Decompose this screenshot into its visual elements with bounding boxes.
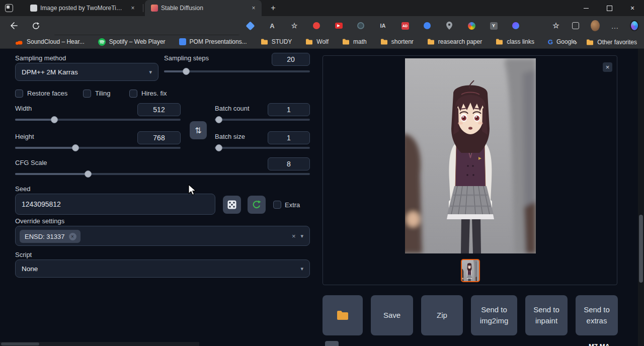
adblock-extension-icon[interactable]: AD (400, 21, 410, 30)
red-circle-extension-icon[interactable] (312, 21, 321, 30)
hires-fix-checkbox[interactable] (129, 90, 137, 98)
script-dropdown[interactable]: None ▾ (15, 260, 310, 278)
gallery-actions: Save Zip Send to img2img Send to inpaint… (323, 295, 618, 335)
bookmark-folder-research[interactable]: reasearch paper (427, 38, 482, 45)
width-slider[interactable] (15, 116, 181, 123)
cfg-scale-slider[interactable] (15, 170, 310, 178)
gallery-thumbnail[interactable] (461, 259, 480, 282)
video-extension-icon[interactable]: ▶ (334, 21, 343, 30)
tab-favicon (151, 5, 158, 12)
open-folder-button[interactable] (323, 295, 363, 335)
back-icon[interactable] (7, 19, 20, 32)
menu-ellipsis-icon[interactable]: … (610, 21, 619, 30)
height-input[interactable]: 768 (137, 131, 181, 144)
tag-extension-icon[interactable] (246, 21, 255, 30)
bookmark-folder-wolf[interactable]: Wolf (305, 38, 329, 45)
vertical-scrollbar-thumb[interactable] (639, 215, 643, 283)
teal-extension-icon[interactable] (356, 21, 365, 30)
profile-avatar[interactable] (591, 21, 600, 30)
height-slider[interactable] (15, 144, 181, 151)
stable-diffusion-page: Sampling method DPM++ 2M Karras ▾ Sampli… (0, 49, 644, 346)
send-to-img2img-button[interactable]: Send to img2img (471, 295, 517, 335)
extra-seed-checkbox[interactable] (273, 201, 281, 209)
ia-extension-icon[interactable]: IA (378, 21, 387, 30)
bookmark-folder-classlinks[interactable]: class links (496, 38, 534, 45)
other-favorites[interactable]: Other favorites (586, 39, 637, 46)
restore-faces-checkbox[interactable] (15, 90, 23, 98)
override-settings-label: Override settings (15, 217, 64, 225)
tab-close-icon[interactable]: × (129, 4, 137, 12)
close-button[interactable]: × (621, 0, 644, 16)
minimize-button[interactable] (575, 0, 598, 16)
bookmark-soundcloud[interactable]: SoundCloud – Hear... (15, 38, 85, 45)
browser-window: Image posted by TwoMoreTimes × Stable Di… (0, 0, 644, 346)
batch-count-slider[interactable] (215, 116, 310, 123)
tab-image-posted[interactable]: Image posted by TwoMoreTimes × (24, 0, 141, 16)
seed-input[interactable]: 1243095812 (15, 194, 215, 215)
recycle-icon (252, 200, 262, 210)
zip-button[interactable]: Zip (421, 295, 463, 335)
send-to-inpaint-button[interactable]: Send to inpaint (525, 295, 568, 335)
tiling-label: Tiling (95, 90, 111, 97)
reuse-seed-button[interactable] (248, 196, 266, 214)
copilot-icon[interactable] (630, 21, 639, 30)
horizontal-scrollbar[interactable] (0, 342, 199, 346)
new-tab-button[interactable]: + (268, 3, 278, 13)
chevron-down-icon: ▾ (300, 266, 303, 272)
horizontal-scrollbar-thumb[interactable] (1, 342, 39, 345)
sampling-steps-slider[interactable] (164, 68, 310, 75)
random-seed-button[interactable] (223, 196, 241, 214)
chip-remove-icon[interactable]: × (69, 233, 76, 240)
cfg-scale-input[interactable]: 8 (268, 157, 310, 170)
purple-extension-icon[interactable] (511, 21, 520, 30)
swap-dimensions-button[interactable]: ⇅ (190, 121, 207, 139)
vertical-scrollbar[interactable] (638, 49, 644, 346)
blue-circle-extension-icon[interactable] (423, 21, 432, 30)
hires-fix-label: Hires. fix (141, 90, 167, 97)
bookmark-folder-math[interactable]: math (342, 38, 367, 45)
soundcloud-icon (15, 39, 23, 45)
collections-icon[interactable] (571, 21, 580, 30)
cfg-scale-label: CFG Scale (15, 159, 47, 166)
folder-icon (427, 39, 435, 45)
bookmark-folder-shortenr[interactable]: shortenr (380, 38, 414, 45)
tab-favicon (30, 5, 37, 12)
override-settings-box[interactable]: ENSD: 31337 × × ▾ (15, 226, 310, 246)
bookmark-spotify[interactable]: Spotify – Web Player (98, 38, 166, 46)
bookmark-folder-study[interactable]: STUDY (261, 38, 292, 45)
override-chip[interactable]: ENSD: 31337 × (20, 230, 80, 243)
batch-count-label: Batch count (215, 105, 250, 112)
save-button[interactable]: Save (371, 295, 413, 335)
close-image-button[interactable]: × (603, 62, 612, 72)
width-label: Width (15, 105, 32, 112)
downloader-extension-icon[interactable]: A (268, 21, 277, 30)
globe-extension-icon[interactable] (467, 21, 476, 30)
refresh-icon[interactable] (29, 19, 42, 32)
tab-divider (143, 4, 143, 12)
batch-count-input[interactable]: 1 (268, 103, 310, 116)
generated-image[interactable] (405, 58, 536, 253)
clear-all-icon[interactable]: × (292, 232, 301, 240)
batch-size-input[interactable]: 1 (268, 131, 310, 144)
map-pin-extension-icon[interactable] (445, 21, 454, 30)
tiling-checkbox[interactable] (83, 90, 91, 98)
workspaces-icon[interactable] (5, 4, 13, 12)
y-extension-icon[interactable]: Y (489, 21, 498, 30)
tab-stable-diffusion[interactable]: Stable Diffusion × (145, 0, 262, 16)
sampling-method-dropdown[interactable]: DPM++ 2M Karras ▾ (15, 63, 158, 81)
browser-tab-strip: Image posted by TwoMoreTimes × Stable Di… (0, 0, 644, 16)
bookmark-google[interactable]: G Google (548, 38, 576, 46)
script-label: Script (15, 251, 32, 258)
batch-size-slider[interactable] (215, 144, 310, 151)
chevron-down-icon: ▾ (300, 233, 303, 239)
send-to-extras-button[interactable]: Send to extras (576, 295, 618, 335)
tab-close-icon[interactable]: × (250, 4, 258, 12)
bookmark-pom[interactable]: POM Presentations... (179, 38, 247, 45)
width-input[interactable]: 512 (137, 103, 181, 116)
sampling-steps-input[interactable]: 20 (272, 53, 310, 66)
star-extension-icon[interactable]: ☆ (290, 21, 299, 30)
bookmarks-overflow-chevron[interactable]: › (575, 38, 577, 46)
output-gallery: × (323, 55, 617, 285)
maximize-button[interactable] (598, 0, 621, 16)
favorites-icon[interactable]: ☆ (551, 21, 560, 30)
